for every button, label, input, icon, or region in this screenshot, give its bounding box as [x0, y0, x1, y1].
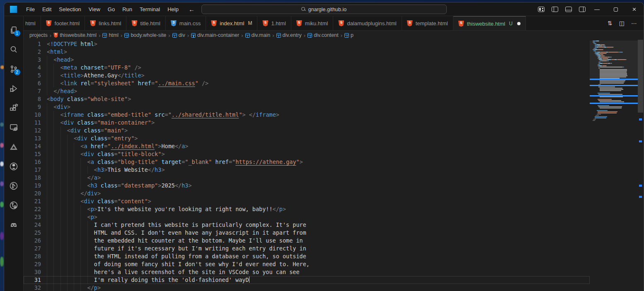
code-line-17[interactable]: 17 <h3>This Website</h3>	[24, 166, 590, 174]
command-center-search[interactable]: gnargle.github.io	[201, 5, 447, 14]
code-line-24[interactable]: 24 I can't pretend this website is parti…	[24, 221, 590, 229]
menu-view[interactable]: View	[85, 5, 104, 14]
menu-run[interactable]: Run	[119, 5, 136, 14]
code-line-18[interactable]: 18 </a>	[24, 174, 590, 182]
code-line-31[interactable]: 31 I'm really doing this the 'old-fashio…	[24, 276, 590, 284]
code-line-26[interactable]: 26 the embedded hit counter at the botto…	[24, 237, 590, 245]
line-number: 7	[24, 87, 41, 95]
minimap[interactable]	[591, 41, 637, 121]
activity-source-control-icon[interactable]: 2	[4, 59, 24, 79]
toggle-panel-icon[interactable]	[565, 7, 572, 12]
activity-source-control-graph-icon[interactable]	[4, 176, 24, 195]
search-value: gnargle.github.io	[308, 7, 346, 12]
code-line-3[interactable]: 3 <head>	[24, 56, 590, 64]
code-line-9[interactable]: 9 <div>	[24, 103, 590, 111]
breadcrumb-div.content[interactable]: div.content	[307, 32, 339, 38]
menu-file[interactable]: File	[22, 5, 39, 14]
code-line-12[interactable]: 12 <div class="main">	[24, 127, 590, 135]
code-line-19[interactable]: 19 <h3 class="datestamp">2025</h3>	[24, 182, 590, 190]
code-lines[interactable]: 1<!DOCTYPE html>2<html>3 <head>4 <meta c…	[24, 40, 590, 291]
tab-miku.html[interactable]: 5miku.html	[291, 16, 334, 30]
maximize-button[interactable]	[606, 2, 625, 16]
activity-github-pull-requests-icon[interactable]	[4, 195, 24, 215]
tab-thiswebsite.html[interactable]: 5thiswebsite.htmlU	[453, 16, 526, 30]
activity-run-and-debug-icon[interactable]	[4, 79, 24, 98]
code-line-5[interactable]: 5 <title>Athene.Gay</title>	[24, 72, 590, 79]
code-line-11[interactable]: 11 <div class="main-container">	[24, 119, 590, 127]
titlebar[interactable]: FileEditSelectionViewGoRunTerminalHelp ←…	[4, 2, 644, 16]
activity-search-icon[interactable]	[4, 40, 24, 59]
code-line-30[interactable]: 30 here's a live screenshot of the site …	[24, 268, 590, 276]
activity-explorer-icon[interactable]: 1	[4, 20, 24, 40]
menu-terminal[interactable]: Terminal	[136, 5, 164, 14]
code-line-25[interactable]: 25 HTML and CSS. I don't even have any j…	[24, 229, 590, 237]
code-line-16[interactable]: 16 <a class="blog-title" target="_blank"…	[24, 158, 590, 166]
toggle-secondary-sidebar-icon[interactable]	[579, 7, 586, 12]
minimize-button[interactable]: —	[588, 2, 606, 16]
code-line-22[interactable]: 22 <p>It's the website you're looking at…	[24, 205, 590, 213]
activity-godot-tools-icon[interactable]	[4, 215, 24, 234]
tab-html[interactable]: html	[24, 16, 41, 30]
navigate-back-icon[interactable]: ←	[189, 6, 195, 13]
menu-selection[interactable]: Selection	[55, 5, 85, 14]
breadcrumb-body.whole-site[interactable]: body.whole-site	[124, 32, 166, 38]
code-line-7[interactable]: 7 </head>	[24, 87, 590, 95]
breadcrumb-html[interactable]: html	[102, 32, 119, 38]
tab-index.html[interactable]: 5index.htmlM	[206, 16, 257, 30]
line-content: <title>Athene.Gay</title>	[47, 72, 590, 79]
code-line-23[interactable]: 23 <p>	[24, 213, 590, 221]
code-line-1[interactable]: 1<!DOCTYPE html>	[24, 40, 590, 48]
code-line-29[interactable]: 29 of doing some fancy shit I don't see …	[24, 260, 590, 268]
tab-links.html[interactable]: 5links.html	[85, 16, 126, 30]
tab-template.html[interactable]: 5template.html	[402, 16, 453, 30]
more-actions-icon[interactable]: ⋯	[629, 19, 639, 27]
code-line-20[interactable]: 20 </div>	[24, 190, 590, 197]
overview-ruler-mark	[639, 185, 642, 187]
toggle-primary-sidebar-icon[interactable]	[552, 7, 558, 12]
code-line-21[interactable]: 21 <div class="content">	[24, 197, 590, 205]
breadcrumb-div.main[interactable]: div.main	[245, 32, 271, 38]
code-line-15[interactable]: 15 <div class="title-block">	[24, 150, 590, 158]
activity-triangle-extension-icon[interactable]	[4, 137, 24, 156]
line-number: 14	[24, 142, 41, 150]
tab-main.css[interactable]: 3main.css	[166, 16, 206, 30]
line-content: <!DOCTYPE html>	[47, 40, 590, 48]
scrollbar-slider[interactable]	[638, 40, 643, 113]
close-button[interactable]: ×	[625, 2, 644, 16]
code-line-8[interactable]: 8<body class="whole-site">	[24, 95, 590, 103]
activity-extensions-icon[interactable]	[4, 98, 24, 118]
breadcrumb-thiswebsite.html[interactable]: 5thiswebsite.html	[53, 32, 97, 38]
code-line-10[interactable]: 10 <iframe class="embed-title" src="../s…	[24, 111, 590, 119]
code-line-4[interactable]: 4 <meta charset="UTF-8" />	[24, 64, 590, 72]
code-line-2[interactable]: 2<html>	[24, 48, 590, 56]
code-line-28[interactable]: 28 the HTML instead of pulling from a da…	[24, 253, 590, 260]
breadcrumb-p[interactable]: p	[344, 32, 353, 38]
code-line-14[interactable]: 14 <a href="../index.html">Home</a>	[24, 142, 590, 150]
code-line-6[interactable]: 6 <link rel="stylesheet" href="../main.c…	[24, 79, 590, 87]
activity-remote-explorer-icon[interactable]	[4, 118, 24, 137]
line-content: future if it's necessary but I'm writing…	[47, 245, 590, 253]
breadcrumb-projects[interactable]: projects	[29, 32, 48, 38]
code-editor[interactable]: 1<!DOCTYPE html>2<html>3 <head>4 <meta c…	[24, 40, 644, 291]
breadcrumb-separator: ›	[340, 32, 343, 38]
open-changes-icon[interactable]: ⇅	[605, 19, 615, 27]
breadcrumb-div[interactable]: div	[172, 32, 185, 38]
tab-dalamudplugins.html[interactable]: 5dalamudplugins.html	[333, 16, 402, 30]
breadcrumb-div.main-container[interactable]: div.main-container	[191, 32, 239, 38]
unsaved-dot-icon[interactable]	[517, 22, 521, 25]
code-line-27[interactable]: 27 future if it's necessary but I'm writ…	[24, 245, 590, 253]
menu-help[interactable]: Help	[164, 5, 182, 14]
menu-edit[interactable]: Edit	[39, 5, 55, 14]
vertical-scrollbar[interactable]	[637, 40, 644, 291]
code-line-32[interactable]: 32 </p>	[24, 284, 590, 291]
breadcrumb-div.entry[interactable]: div.entry	[276, 32, 302, 38]
tab-footer.html[interactable]: 5footer.html	[41, 16, 85, 30]
tab-title.html[interactable]: 5title.html	[126, 16, 165, 30]
minimap-slider[interactable]	[590, 41, 638, 81]
activity-github-icon[interactable]	[4, 156, 24, 176]
menu-go[interactable]: Go	[104, 5, 119, 14]
split-editor-icon[interactable]: ◫	[617, 19, 627, 27]
customize-layout-icon[interactable]	[538, 7, 545, 12]
tab-1.html[interactable]: 51.html	[257, 16, 291, 30]
code-line-13[interactable]: 13 <div class="entry">	[24, 135, 590, 142]
